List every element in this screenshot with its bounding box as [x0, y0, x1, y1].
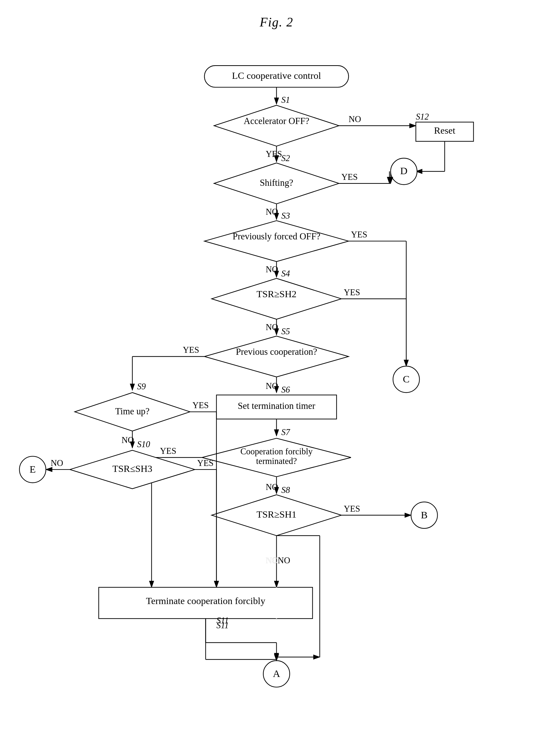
svg-text:S3: S3 [281, 211, 290, 221]
svg-text:Set termination timer: Set termination timer [238, 401, 315, 411]
svg-text:B: B [421, 509, 427, 521]
svg-text:NO: NO [278, 556, 290, 565]
svg-text:terminated?: terminated? [256, 456, 297, 466]
svg-text:NO: NO [266, 265, 278, 274]
svg-text:NO: NO [266, 323, 278, 332]
svg-text:Shifting?: Shifting? [260, 178, 293, 188]
svg-text:TSR≥SH2: TSR≥SH2 [256, 288, 297, 299]
svg-text:D: D [400, 165, 408, 177]
svg-text:C: C [403, 373, 410, 385]
svg-text:S10: S10 [137, 439, 150, 449]
svg-text:YES: YES [344, 504, 360, 513]
svg-text:Accelerator OFF?: Accelerator OFF? [244, 116, 309, 126]
svg-text:S4: S4 [281, 269, 290, 278]
svg-text:S11: S11 [217, 621, 229, 630]
svg-text:S9: S9 [137, 382, 146, 391]
svg-text:S12: S12 [416, 112, 429, 122]
svg-text:S5: S5 [281, 327, 290, 336]
svg-text:Previous cooperation?: Previous cooperation? [236, 347, 317, 357]
svg-text:YES: YES [183, 345, 199, 355]
svg-text:YES: YES [351, 230, 367, 239]
svg-text:S1: S1 [281, 95, 290, 105]
svg-text:TSR≤SH3: TSR≤SH3 [112, 463, 152, 474]
svg-text:A: A [273, 668, 280, 679]
page-title: Fig. 2 [0, 0, 553, 29]
svg-text:NO: NO [266, 207, 278, 217]
svg-text:NO: NO [51, 458, 63, 468]
svg-text:YES: YES [192, 401, 209, 410]
svg-text:NO: NO [348, 115, 361, 124]
svg-text:YES: YES [266, 149, 282, 159]
svg-text:S8: S8 [281, 485, 290, 495]
svg-text:S7: S7 [281, 427, 290, 437]
svg-text:YES: YES [197, 458, 214, 468]
svg-text:Time up?: Time up? [115, 406, 149, 416]
svg-text:YES: YES [344, 288, 360, 297]
flowchart-diagram: LC cooperative control S1 Accelerator OF… [0, 35, 553, 751]
svg-text:S2: S2 [281, 153, 290, 163]
svg-text:Reset: Reset [434, 125, 456, 136]
svg-text:TSR≥SH1: TSR≥SH1 [256, 509, 297, 520]
svg-text:E: E [29, 464, 36, 475]
svg-text:NO: NO [266, 381, 278, 391]
svg-text:YES: YES [341, 172, 358, 182]
svg-text:Cooperation forcibly: Cooperation forcibly [240, 447, 313, 456]
svg-text:NO: NO [122, 435, 134, 445]
svg-text:NO: NO [266, 482, 278, 492]
svg-text:Terminate cooperation forcibly: Terminate cooperation forcibly [146, 596, 265, 606]
svg-text:S6: S6 [281, 385, 290, 395]
svg-text:Previously forced OFF?: Previously forced OFF? [233, 231, 320, 242]
svg-text:YES: YES [160, 446, 176, 456]
svg-text:NO: NO [266, 556, 278, 565]
svg-text:LC cooperative control: LC cooperative control [232, 70, 321, 81]
